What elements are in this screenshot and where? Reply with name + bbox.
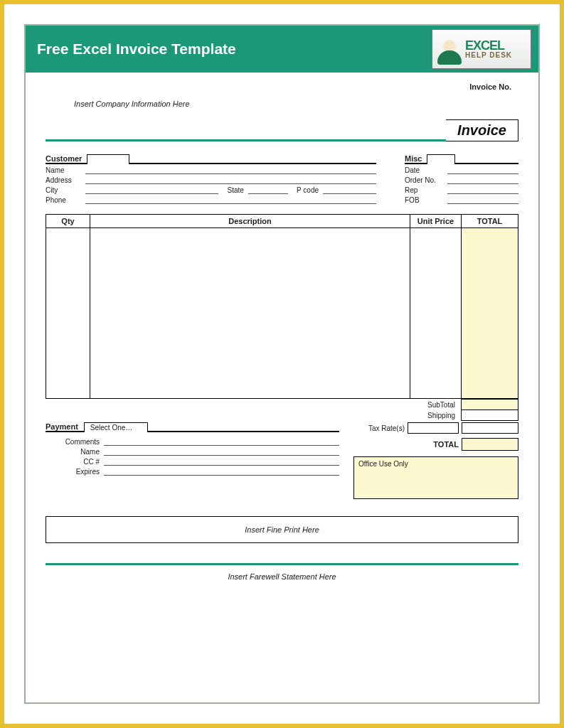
banner: Free Excel Invoice Template EXCEL HELP D… — [26, 26, 538, 73]
misc-orderno-label: Order No. — [405, 176, 443, 184]
customer-phone-label: Phone — [46, 196, 81, 204]
customer-address-label: Address — [46, 176, 81, 184]
grand-total-row: TOTAL — [353, 438, 518, 451]
page: Free Excel Invoice Template EXCEL HELP D… — [24, 24, 540, 704]
logo-avatar-icon — [437, 33, 462, 65]
office-use-label: Office Use Only — [358, 460, 408, 468]
banner-title: Free Excel Invoice Template — [37, 41, 236, 58]
col-description-header: Description — [90, 215, 410, 228]
customer-state-field[interactable] — [248, 187, 288, 194]
subtotal-value[interactable] — [462, 400, 518, 410]
tax-rate-field[interactable] — [408, 422, 459, 434]
table-row[interactable] — [46, 228, 518, 399]
outer-frame: Free Excel Invoice Template EXCEL HELP D… — [0, 0, 564, 728]
misc-fob-label: FOB — [405, 196, 443, 204]
office-use-box[interactable]: Office Use Only — [353, 456, 518, 499]
payment-comments-field[interactable] — [104, 439, 339, 446]
farewell-statement[interactable]: Insert Farewell Statement Here — [46, 572, 518, 581]
company-info-placeholder[interactable]: Insert Company Information Here — [74, 100, 190, 108]
payment-expires-field[interactable] — [104, 469, 339, 476]
invoice-no-text: Invoice No. — [469, 82, 511, 91]
logo-text: EXCEL HELP DESK — [465, 39, 512, 59]
payment-heading: Payment — [46, 422, 84, 432]
logo: EXCEL HELP DESK — [432, 29, 531, 69]
subtotal-table: SubTotal Shipping — [423, 399, 518, 421]
customer-state-label: State — [227, 186, 243, 194]
heading-rule — [46, 139, 447, 141]
customer-address-field[interactable] — [85, 177, 376, 184]
misc-rep-field[interactable] — [447, 187, 518, 194]
subtotal-label: SubTotal — [423, 400, 461, 410]
shipping-label: Shipping — [423, 410, 461, 421]
customer-city-label: City — [46, 186, 81, 194]
misc-date-field[interactable] — [447, 167, 518, 174]
misc-heading: Misc — [405, 154, 427, 164]
cell-qty[interactable] — [46, 228, 90, 399]
logo-word: EXCEL — [465, 39, 512, 52]
heading-box: Invoice — [446, 119, 518, 141]
payment-cc-label: CC # — [60, 458, 100, 466]
cell-description[interactable] — [90, 228, 410, 399]
grand-total-value[interactable] — [462, 438, 518, 451]
payment-expires-label: Expires — [60, 468, 100, 476]
invoice-number-label: Invoice No. — [469, 82, 511, 91]
customer-city-field[interactable] — [85, 187, 218, 194]
misc-date-label: Date — [405, 166, 443, 174]
customer-tab — [87, 154, 129, 164]
grand-total-label: TOTAL — [433, 440, 459, 449]
logo-subtitle: HELP DESK — [465, 52, 512, 59]
misc-rep-label: Rep — [405, 186, 443, 194]
customer-pcode-field[interactable] — [323, 187, 376, 194]
line-items-table: Qty Description Unit Price TOTAL — [46, 214, 518, 399]
tax-label: Tax Rate(s) — [368, 424, 405, 432]
col-qty-header: Qty — [46, 215, 90, 228]
customer-name-label: Name — [46, 166, 81, 174]
payment-name-label: Name — [60, 448, 100, 456]
customer-pcode-label: P code — [297, 186, 319, 194]
payment-select[interactable]: Select One… — [84, 422, 148, 432]
cell-unitprice[interactable] — [410, 228, 462, 399]
col-total-header: TOTAL — [462, 215, 518, 228]
misc-orderno-field[interactable] — [447, 177, 518, 184]
payment-comments-label: Comments — [60, 438, 100, 446]
bottom-rule — [46, 563, 518, 565]
shipping-value[interactable] — [462, 410, 518, 421]
misc-tab — [427, 154, 455, 164]
customer-phone-field[interactable] — [85, 197, 376, 204]
payment-cc-field[interactable] — [104, 459, 339, 466]
content: Insert Company Information Here Invoice … — [26, 73, 538, 702]
col-unitprice-header: Unit Price — [410, 215, 462, 228]
customer-name-field[interactable] — [85, 167, 376, 174]
misc-fob-field[interactable] — [447, 197, 518, 204]
fine-print-box[interactable]: Insert Fine Print Here — [46, 516, 518, 543]
payment-name-field[interactable] — [104, 449, 339, 456]
customer-block: Customer Name Address City State P code … — [46, 154, 376, 204]
heading-row: Invoice — [46, 119, 518, 141]
cell-total[interactable] — [462, 228, 518, 399]
tax-row: Tax Rate(s) — [353, 422, 518, 434]
payment-block: Payment Select One… Comments Name CC # E… — [46, 422, 339, 499]
customer-heading: Customer — [46, 154, 87, 164]
misc-block: Misc Date Order No. Rep FOB — [405, 154, 518, 204]
tax-amount-field[interactable] — [462, 422, 518, 434]
